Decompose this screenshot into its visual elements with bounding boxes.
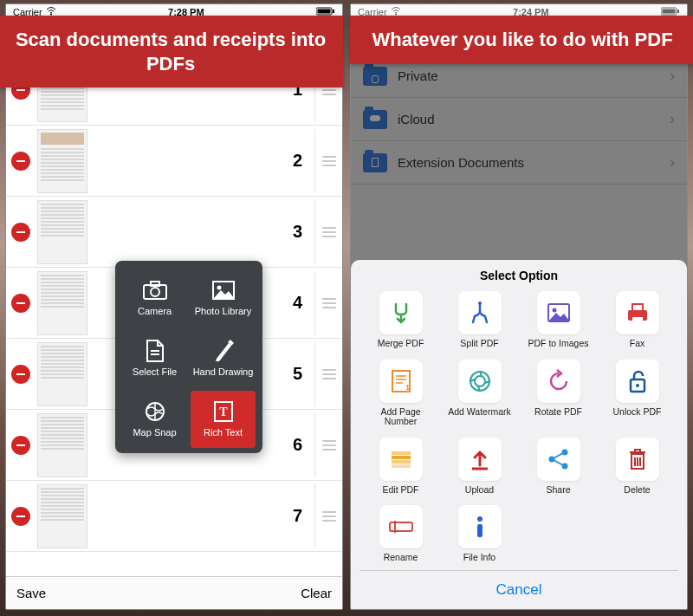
option-share[interactable]: Share (522, 438, 594, 496)
fax-icon (616, 291, 659, 334)
svg-rect-41 (392, 456, 411, 459)
svg-rect-44 (392, 464, 411, 468)
svg-rect-2 (317, 10, 330, 14)
delete-row-button[interactable] (11, 294, 30, 313)
svg-rect-6 (16, 231, 25, 233)
rename-icon (379, 505, 423, 548)
delete-row-button[interactable] (11, 365, 30, 384)
option-fax[interactable]: Fax (601, 291, 673, 349)
svg-rect-7 (16, 302, 25, 304)
option-label: Merge PDF (378, 339, 424, 349)
svg-point-15 (217, 286, 221, 290)
svg-rect-25 (677, 10, 679, 13)
svg-line-49 (554, 453, 562, 457)
add-source-popover: CameraPhoto LibrarySelect FileHand Drawi… (115, 261, 262, 453)
popover-option-label: Photo Library (195, 306, 251, 316)
popover-option-hand-drawing[interactable]: Hand Drawing (191, 330, 256, 387)
page-thumbnail[interactable] (37, 200, 87, 264)
svg-point-46 (548, 456, 554, 462)
drag-handle[interactable] (314, 200, 337, 264)
option-pagenum[interactable]: 1Add Page Number (365, 360, 437, 427)
delete-row-button[interactable] (11, 436, 30, 455)
photo-library-icon (211, 280, 236, 301)
option-toimg[interactable]: PDF to Images (522, 291, 594, 349)
option-unlock[interactable]: Unlock PDF (601, 360, 673, 427)
svg-text:1: 1 (405, 383, 410, 392)
option-editpdf[interactable]: Edit PDF (365, 438, 437, 496)
svg-point-59 (477, 516, 483, 522)
option-upload[interactable]: Upload (444, 438, 515, 496)
svg-rect-5 (16, 160, 25, 162)
info-icon (458, 505, 502, 548)
sheet-title: Select Option (359, 269, 678, 282)
page-row[interactable]: 3 (6, 197, 342, 268)
option-label: Rename (384, 553, 418, 563)
select-file-icon (143, 340, 167, 361)
svg-point-38 (475, 376, 485, 386)
drag-handle[interactable] (314, 413, 337, 477)
svg-point-28 (552, 308, 556, 313)
toimg-icon (537, 291, 580, 334)
unlock-icon (616, 360, 659, 403)
option-label: Rotate PDF (534, 407, 582, 418)
svg-rect-8 (16, 373, 25, 375)
cancel-button[interactable]: Cancel (359, 570, 678, 609)
drag-handle[interactable] (314, 342, 337, 406)
page-thumbnail[interactable] (37, 484, 87, 548)
option-label: PDF to Images (528, 339, 588, 349)
delete-row-button[interactable] (11, 223, 30, 242)
option-rename[interactable]: Rename (365, 505, 437, 563)
page-number-label: 5 (293, 364, 302, 384)
option-delete[interactable]: Delete (601, 438, 673, 496)
option-label: Split PDF (460, 339, 498, 349)
option-label: Edit PDF (382, 485, 418, 496)
page-number-label: 7 (293, 506, 302, 526)
svg-rect-10 (16, 515, 25, 517)
svg-rect-24 (662, 10, 675, 14)
option-split[interactable]: Split PDF (444, 291, 515, 349)
page-thumbnail[interactable] (37, 342, 87, 406)
rotate-icon (537, 360, 580, 403)
camera-icon (143, 280, 167, 301)
drag-handle[interactable] (314, 484, 337, 548)
svg-text:T: T (219, 405, 228, 418)
svg-rect-60 (477, 524, 483, 537)
page-row[interactable]: 2 (6, 126, 342, 197)
page-number-label: 3 (293, 222, 302, 242)
drag-handle[interactable] (314, 129, 337, 193)
bottom-toolbar: Save Clear (6, 576, 342, 609)
wmark-icon (458, 360, 502, 403)
page-row[interactable]: 7 (6, 481, 342, 552)
marketing-banner-left: Scan documents and receipts into PDFs (0, 16, 343, 88)
svg-point-37 (470, 372, 489, 391)
popover-option-select-file[interactable]: Select File (122, 330, 187, 387)
page-thumbnail[interactable] (37, 271, 87, 335)
option-label: Upload (465, 485, 494, 496)
option-label: File Info (463, 553, 495, 563)
svg-rect-31 (632, 317, 643, 322)
save-button[interactable]: Save (16, 586, 46, 600)
popover-option-map-snap[interactable]: Map Snap (122, 391, 187, 448)
page-thumbnail[interactable] (37, 129, 87, 193)
clear-button[interactable]: Clear (301, 586, 332, 600)
delete-row-button[interactable] (11, 152, 30, 171)
page-thumbnail[interactable] (37, 413, 87, 477)
action-sheet: Select Option Merge PDFSplit PDFPDF to I… (351, 260, 687, 609)
drag-handle[interactable] (314, 271, 337, 335)
option-info[interactable]: File Info (444, 505, 515, 563)
popover-option-camera[interactable]: Camera (122, 269, 187, 327)
option-wmark[interactable]: Add Watermark (444, 360, 515, 427)
popover-option-photo-library[interactable]: Photo Library (191, 269, 256, 327)
svg-rect-53 (635, 450, 640, 452)
option-rotate[interactable]: Rotate PDF (522, 360, 594, 427)
svg-rect-12 (151, 282, 159, 286)
delete-row-button[interactable] (11, 507, 30, 526)
option-label: Delete (624, 485, 650, 496)
svg-point-13 (151, 288, 159, 296)
page-number-label: 4 (293, 293, 302, 313)
option-label: Share (546, 485, 570, 496)
rich-text-icon: T (211, 401, 236, 422)
option-merge[interactable]: Merge PDF (365, 291, 437, 349)
pagenum-icon: 1 (379, 360, 423, 403)
popover-option-rich-text[interactable]: TRich Text (191, 391, 256, 448)
